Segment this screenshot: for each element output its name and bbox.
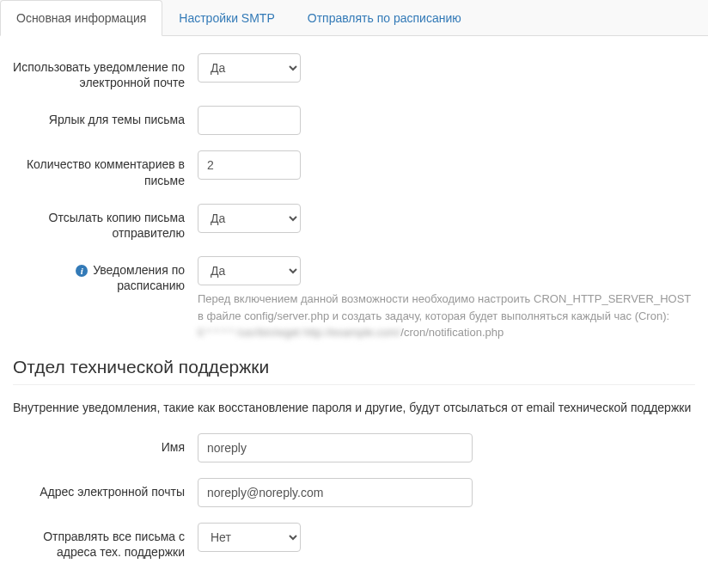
label-scheduled-notifications-text: Уведомления по расписанию — [93, 263, 185, 292]
form-main: Использовать уведомление по электронной … — [0, 36, 708, 588]
select-scheduled-notifications[interactable]: Да — [198, 256, 301, 285]
label-support-email: Адрес электронной почты — [13, 478, 198, 499]
row-scheduled-notifications: i Уведомления по расписанию Да Перед вкл… — [13, 256, 695, 341]
label-subject-label: Ярлык для темы письма — [13, 106, 198, 127]
input-comments-count[interactable] — [198, 150, 301, 180]
select-use-email-notification[interactable]: Да — [198, 53, 301, 83]
help-text-line1: Перед включением данной возможности необ… — [198, 292, 691, 322]
label-use-email-notification: Использовать уведомление по электронной … — [13, 53, 198, 90]
input-support-name[interactable] — [198, 433, 473, 462]
row-support-email: Адрес электронной почты — [13, 478, 695, 507]
label-support-name: Имя — [13, 433, 198, 455]
info-icon[interactable]: i — [76, 265, 88, 277]
label-comments-count: Количество комментариев в письме — [13, 150, 198, 187]
select-send-all-from-support[interactable]: Нет — [198, 523, 301, 552]
select-send-copy[interactable]: Да — [198, 204, 301, 233]
row-use-email-notification: Использовать уведомление по электронной … — [13, 53, 695, 90]
help-scheduled-notifications: Перед включением данной возможности необ… — [198, 291, 695, 341]
section-title-support: Отдел технической поддержки — [13, 357, 695, 377]
input-support-email[interactable] — [198, 478, 473, 507]
row-subject-label: Ярлык для темы письма — [13, 106, 695, 135]
row-support-name: Имя — [13, 433, 695, 462]
row-send-copy: Отсылать копию письма отправителю Да — [13, 204, 695, 241]
section-desc-support: Внутренние уведомления, такие как восста… — [13, 401, 695, 414]
section-divider — [13, 384, 695, 385]
label-send-all-from-support: Отправлять все письма с адреса тех. подд… — [13, 523, 198, 560]
label-send-copy: Отсылать копию письма отправителю — [13, 204, 198, 241]
input-subject-label[interactable] — [198, 106, 301, 135]
tab-smtp-settings[interactable]: Настройки SMTP — [162, 0, 290, 36]
row-comments-count: Количество комментариев в письме — [13, 150, 695, 187]
row-send-all-from-support: Отправлять все письма с адреса тех. подд… — [13, 523, 695, 560]
tab-schedule-send[interactable]: Отправлять по расписанию — [291, 0, 478, 36]
label-scheduled-notifications: i Уведомления по расписанию — [13, 256, 198, 293]
help-text-blurred: 0 * * * * /usr/bin/wget http://example.c… — [198, 326, 400, 339]
help-text-tail: /cron/notification.php — [400, 326, 504, 339]
tab-main-info[interactable]: Основная информация — [0, 0, 162, 36]
tabs-bar: Основная информация Настройки SMTP Отпра… — [0, 0, 708, 36]
